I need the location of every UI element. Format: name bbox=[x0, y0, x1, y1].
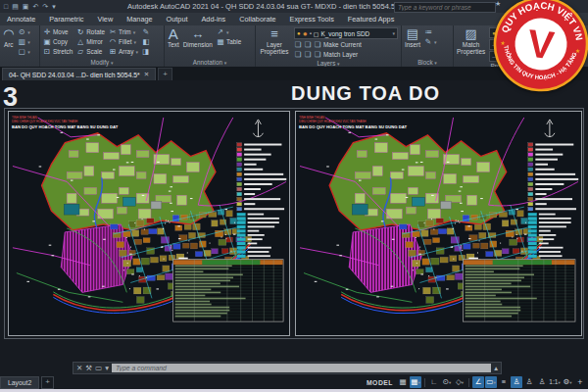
leader-icon: ↗ bbox=[217, 27, 224, 36]
attrib-button[interactable]: ≔ bbox=[424, 27, 437, 36]
erase-button[interactable]: ✎ bbox=[142, 27, 150, 36]
layer-on-icon: ● bbox=[297, 30, 301, 36]
autocad-window: □ ▤ ▣ ↶ ↷ ▾ Autodesk AutoCAD 2021 04 - Q… bbox=[0, 0, 588, 392]
modify-panel-label[interactable]: Modify ▾ bbox=[40, 58, 164, 67]
map-viewport-right[interactable]: TINH BINH THUAN DIEU CHINH QUY HOACH KHU… bbox=[295, 111, 582, 336]
layer-dropdown[interactable]: ● ✹ ▪ ▢ K_vong tron SDD ▾ bbox=[294, 27, 398, 39]
tab-express-tools[interactable]: Express Tools bbox=[283, 13, 341, 25]
tab-annotate[interactable]: Annotate bbox=[0, 13, 42, 25]
qat-caret-icon[interactable]: ▾ bbox=[52, 3, 56, 11]
close-command-icon[interactable]: ✕ bbox=[76, 364, 82, 372]
customization-gear-button[interactable]: ⚙▾ bbox=[562, 376, 573, 388]
draw-panel-label[interactable] bbox=[0, 58, 39, 67]
layout-tab[interactable]: Layout2 bbox=[0, 376, 39, 389]
array-icon: ⊞ bbox=[109, 47, 117, 56]
add-layout-button[interactable]: + bbox=[41, 376, 54, 389]
isodraft-toggle[interactable]: ◇▾ bbox=[454, 376, 466, 388]
mirror-button[interactable]: △Mirror bbox=[76, 37, 105, 46]
block-panel: ▤ Insert ≔ ✎▾ Block ▾ bbox=[402, 25, 454, 67]
make-current-button[interactable]: ❏ ❏ ❏ Make Current bbox=[294, 40, 398, 49]
make-current-icon: ❏ bbox=[294, 40, 302, 49]
erase-icon: ✎ bbox=[142, 27, 150, 36]
block-edit-button[interactable]: ✎▾ bbox=[424, 37, 437, 46]
tab-parametric[interactable]: Parametric bbox=[42, 13, 90, 25]
fillet-button[interactable]: ◠Fillet▾ bbox=[109, 37, 138, 46]
layer-properties-icon: ≡ bbox=[270, 27, 278, 41]
draw-panel: ◠ Arc ⊙▾ ▥▾ ▢▾ bbox=[0, 25, 40, 67]
stretch-icon: ⊡ bbox=[43, 47, 51, 56]
rotate-button[interactable]: ↻Rotate bbox=[76, 27, 105, 36]
annotation-scale-icon[interactable]: ♙ bbox=[536, 376, 548, 388]
block-panel-label[interactable]: Block ▾ bbox=[402, 58, 453, 67]
layer-properties-button[interactable]: ≡ Layer Properties bbox=[259, 27, 290, 55]
tab-addins[interactable]: Add-ins bbox=[194, 13, 232, 25]
annotation-list-button[interactable]: ≡ bbox=[498, 376, 510, 388]
polar-toggle[interactable]: ⊙▾ bbox=[441, 376, 453, 388]
map-title-line3: BAN DO QUY HOACH TONG MAT BANG SU DUNG D… bbox=[299, 124, 407, 129]
hatch-tool[interactable]: ▥▾ bbox=[18, 37, 30, 46]
copy-button[interactable]: ▣Copy bbox=[43, 37, 73, 46]
dimension-button[interactable]: ↔ Dimension bbox=[183, 27, 213, 48]
match-layer-button[interactable]: ❏ ❏ ❏ Match Layer bbox=[294, 50, 398, 59]
drawing-canvas[interactable]: 3 DUNG TOA DO TINH BINH THUAN DIEU CHINH… bbox=[0, 80, 588, 389]
save-icon[interactable]: ▣ bbox=[23, 3, 29, 11]
osnap-toggle[interactable]: ∠ bbox=[472, 376, 484, 388]
snap-toggle[interactable]: ▦▾ bbox=[410, 376, 421, 388]
model-space-button[interactable]: MODEL bbox=[367, 379, 393, 386]
recent-commands-icon[interactable]: ▭ bbox=[95, 364, 102, 372]
match-properties-button[interactable]: ▨ Match Properties bbox=[457, 27, 485, 55]
drawing-file-tab[interactable]: 04- QH SDD 24.03.04 ...D- dien tich 5054… bbox=[2, 68, 156, 80]
trim-icon: ✂ bbox=[109, 27, 117, 36]
array-button[interactable]: ⊞Array▾ bbox=[109, 47, 138, 56]
block-edit-icon: ✎ bbox=[424, 37, 432, 46]
insert-button[interactable]: ▤ Insert bbox=[405, 27, 420, 48]
offset-button[interactable]: ◨ bbox=[142, 47, 150, 56]
stamp-v-letter: V bbox=[525, 22, 556, 68]
dimension-icon: ↔ bbox=[191, 27, 204, 41]
explode-button[interactable]: ◧ bbox=[142, 37, 150, 46]
move-button[interactable]: ✛Move bbox=[43, 27, 73, 36]
explode-icon: ◧ bbox=[142, 37, 150, 46]
arc-label: Arc bbox=[4, 41, 14, 48]
command-input[interactable] bbox=[112, 364, 491, 372]
tab-output[interactable]: Output bbox=[160, 13, 195, 25]
autoscale-toggle[interactable]: ♙ bbox=[523, 376, 535, 388]
annotation-panel-label[interactable]: Annotation ▾ bbox=[165, 58, 255, 67]
bottom-bar: Layout2 + MODEL ▦ ▦▾ ∟ ⊙▾ ◇▾ ∠ ▭▾ ≡ ♙ ♙ … bbox=[0, 375, 588, 389]
tab-view[interactable]: View bbox=[91, 13, 121, 25]
customize-wrench-icon[interactable]: ⚒ bbox=[85, 364, 92, 372]
isolate-objects-button[interactable]: + bbox=[574, 376, 586, 388]
map-viewport-left[interactable]: TINH BINH THUAN DIEU CHINH QUY HOACH KHU… bbox=[8, 111, 290, 336]
open-file-icon[interactable]: ▤ bbox=[12, 3, 19, 11]
map-title-line1: TINH BINH THUAN bbox=[12, 116, 37, 120]
annotation-scale-value[interactable]: 1:1▾ bbox=[549, 376, 561, 388]
table-button[interactable]: ▦Table bbox=[217, 37, 241, 46]
ortho-toggle[interactable]: ∟ bbox=[428, 376, 440, 388]
undo-icon[interactable]: ↶ bbox=[32, 3, 38, 11]
rect-tool[interactable]: ▢▾ bbox=[18, 47, 30, 56]
arc-icon: ◠ bbox=[3, 27, 14, 41]
tab-featured-apps[interactable]: Featured Apps bbox=[341, 13, 401, 25]
copy-icon: ▣ bbox=[43, 37, 51, 46]
text-button[interactable]: A Text bbox=[168, 27, 179, 48]
tab-manage[interactable]: Manage bbox=[120, 13, 159, 25]
new-drawing-tab-button[interactable]: + bbox=[158, 68, 172, 80]
command-expand-icon[interactable]: ▴ bbox=[494, 364, 498, 372]
selection-cycling-toggle[interactable]: ▭▾ bbox=[485, 376, 497, 388]
trim-button[interactable]: ✂Trim▾ bbox=[109, 27, 138, 36]
redo-icon[interactable]: ↷ bbox=[42, 3, 48, 11]
map-title-line2: DIEU CHINH QUY HOACH KHU VUC TAN THANH bbox=[12, 120, 77, 123]
stretch-button[interactable]: ⊡Stretch bbox=[43, 47, 73, 56]
help-search-input[interactable] bbox=[394, 2, 496, 13]
grid-toggle[interactable]: ▦ bbox=[397, 376, 409, 388]
tab-collaborate[interactable]: Collaborate bbox=[232, 13, 282, 25]
layers-panel: ≡ Layer Properties ● ✹ ▪ ▢ K_vong tron S… bbox=[256, 25, 402, 67]
arc-button[interactable]: ◠ Arc bbox=[3, 27, 14, 48]
scale-button[interactable]: ▱Scale bbox=[76, 47, 105, 56]
new-file-icon[interactable]: □ bbox=[4, 3, 8, 11]
circle-tool[interactable]: ⊙▾ bbox=[18, 27, 30, 36]
annotation-visibility-toggle[interactable]: ♙ bbox=[511, 376, 522, 388]
close-tab-icon[interactable]: ✕ bbox=[144, 71, 149, 78]
leader-button[interactable]: ↗▾ bbox=[217, 27, 241, 36]
circle-icon: ⊙ bbox=[18, 27, 25, 36]
